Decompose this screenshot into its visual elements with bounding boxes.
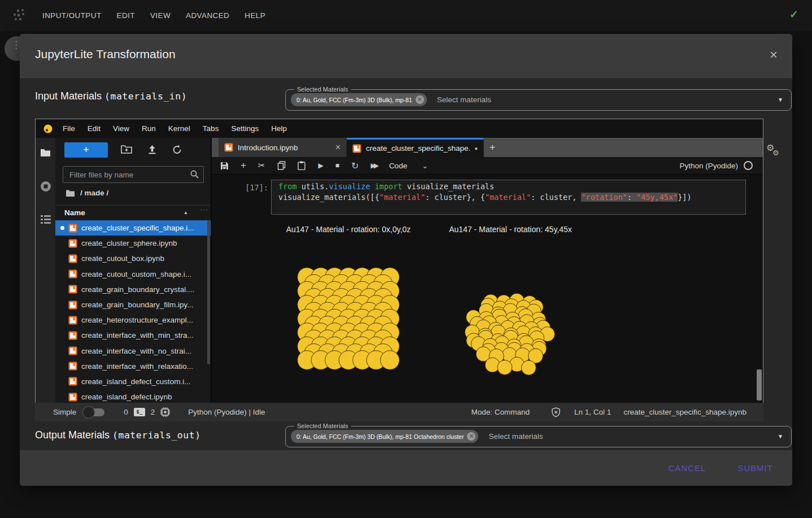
kernel-status-text[interactable]: Python (Pyodide) | Idle [188,408,265,416]
notebook-area: Introduction.ipynb × ● [212,138,763,403]
app-menu-item[interactable]: INPUT/OUTPUT [42,11,102,20]
home-folder-icon[interactable] [66,189,75,197]
material-chip[interactable]: 0: Au, Gold, FCC (Fm-3m) 3D (Bulk), mp-8… [291,93,427,106]
jupyter-menu-item[interactable]: Edit [81,124,107,133]
file-row[interactable]: create_interface_with_relaxatio... [55,359,211,374]
notebook-file-icon [68,362,77,371]
jupyter-menu-item[interactable]: Help [265,124,293,133]
file-row[interactable]: create_island_defect_custom.i... [55,374,211,389]
notebook-file-icon [352,144,361,153]
run-all-icon[interactable]: ▶▶ [370,162,376,169]
new-launcher-button[interactable]: + [64,142,108,158]
file-row[interactable]: create_interface_with_min_stra... [55,328,211,343]
jupyter-menu-item[interactable]: Settings [225,124,265,133]
app-menu-item[interactable]: HELP [245,11,265,20]
notebook-scrollbar[interactable] [757,174,762,403]
input-materials-label: Input Materials [35,90,104,102]
save-icon[interactable] [220,162,229,170]
jupyter-menu-item[interactable]: Kernel [162,124,197,133]
jupyter-menu-item[interactable]: Run [136,124,162,133]
close-icon[interactable]: × [770,47,778,62]
simple-mode-toggle[interactable] [84,408,104,416]
jupyter-menu-item[interactable]: Tabs [197,124,225,133]
refresh-icon[interactable] [172,145,183,155]
output-materials-variable: (materials_out) [112,430,201,441]
cursor-position[interactable]: Ln 1, Col 1 [574,408,611,416]
file-row[interactable]: create_cutout_custom_shape.i... [55,267,211,282]
file-list-scrollbar[interactable] [207,220,210,402]
kernel-count[interactable]: 2 [151,408,155,416]
dropdown-caret-icon[interactable]: ▼ [778,97,783,103]
kernel-status-icon[interactable] [744,161,753,170]
file-row[interactable]: create_cluster_sphere.ipynb [55,236,211,251]
stop-kernel-icon[interactable]: ■ [335,162,339,169]
breadcrumb: / made / [66,189,108,197]
notebook-file-icon [68,285,77,294]
file-filter [63,166,204,183]
copy-cells-icon[interactable] [277,161,286,170]
upload-icon[interactable] [147,145,157,155]
cell-type-select[interactable]: Code [389,162,407,170]
submit-button[interactable]: SUBMIT [735,460,775,476]
file-row[interactable]: create_cutout_box.ipynb [55,251,211,266]
input-materials-select[interactable]: Selected Materials 0: Au, Gold, FCC (Fm-… [285,86,792,111]
app-logo-icon[interactable] [10,7,27,24]
running-kernels-icon[interactable] [40,181,51,192]
header-ellipsis-icon[interactable]: ··· [200,206,208,214]
tab-close-icon[interactable]: × [335,142,340,153]
app-menu-item[interactable]: EDIT [117,11,135,20]
screen: INPUT/OUTPUTEDITVIEWADVANCEDHELP ✓ ⋮ Jup… [0,0,812,518]
selected-materials-legend: Selected Materials [294,423,351,429]
material-chip[interactable]: 0: Au, Gold, FCC (Fm-3m) 3D (Bulk), mp-8… [291,430,478,443]
notebook-tab[interactable]: create_cluster_specific_shape.ipynb × ● [347,138,484,157]
breadcrumb-path[interactable]: / made / [80,189,108,197]
selected-materials-legend: Selected Materials [294,86,351,93]
dropdown-caret-icon[interactable]: ▼ [778,433,783,439]
chip-delete-icon[interactable]: × [416,95,424,104]
file-row[interactable]: create_island_defect.ipynb [55,389,211,403]
command-mode-indicator[interactable]: Mode: Command [472,408,530,416]
jupyter-menu-item[interactable]: View [107,124,136,133]
trust-shield-icon[interactable] [551,407,561,417]
restart-kernel-icon[interactable]: ↻ [351,160,359,171]
terminal-icon[interactable]: $_ [134,408,145,416]
output-materials-select[interactable]: Selected Materials 0: Au, Gold, FCC (Fm-… [285,423,792,447]
notebook-file-icon [68,301,77,310]
notebook-file-icon [68,393,77,402]
file-filter-input[interactable] [68,167,184,182]
file-list-header[interactable]: Name ▲ ··· [55,205,211,221]
table-of-contents-icon[interactable] [40,215,51,224]
cancel-button[interactable]: CANCEL [666,460,709,476]
file-row[interactable]: create_heterostructure_exampl... [55,312,211,328]
tab-dirty-dot: ● [475,146,478,151]
app-menu-item[interactable]: ADVANCED [186,11,229,20]
file-row[interactable]: create_grain_boundary_film.ipy... [55,297,211,312]
cut-cells-icon[interactable]: ✂ [258,160,265,171]
chip-delete-icon[interactable]: × [467,432,475,441]
jupyter-statusbar: Simple 0 $_ 2 Python (Pyodide) | Idle Mo… [35,403,763,421]
file-row[interactable]: create_grain_boundary_crystal.... [55,282,211,297]
notebook-tab[interactable]: Introduction.ipynb × ● [219,138,347,157]
jupyter-menu-item[interactable]: File [56,124,81,133]
file-row[interactable]: create_cluster_specific_shape.i... [55,220,211,236]
cpu-icon[interactable] [160,407,170,417]
app-menu-item[interactable]: VIEW [150,11,171,20]
new-folder-icon[interactable] [121,145,132,154]
notebook-file-icon [68,346,77,355]
chevron-down-icon[interactable]: ⌄ [422,162,428,170]
paste-cells-icon[interactable] [298,161,305,170]
dialog-title: JupyterLite Transformation [35,47,176,61]
notebook-file-icon [68,239,77,248]
notebook-file-icon [68,269,77,278]
automation-gears-icon[interactable]: ⚙ ⚙ [765,142,788,165]
new-tab-button[interactable]: + [484,138,501,157]
kernel-name[interactable]: Python (Pyodide) [679,162,738,170]
name-column-header[interactable]: Name [64,208,85,217]
jupyter-menubar: FileEditViewRunKernelTabsSettingsHelp [36,119,763,138]
insert-cell-icon[interactable]: + [241,160,246,171]
run-cell-icon[interactable]: ▶ [318,162,324,169]
file-row[interactable]: create_interface_with_no_strai... [55,343,211,359]
file-browser-icon[interactable] [40,148,51,158]
terminal-count[interactable]: 0 [124,408,128,416]
file-list: create_cluster_specific_shape.i... [55,220,211,403]
